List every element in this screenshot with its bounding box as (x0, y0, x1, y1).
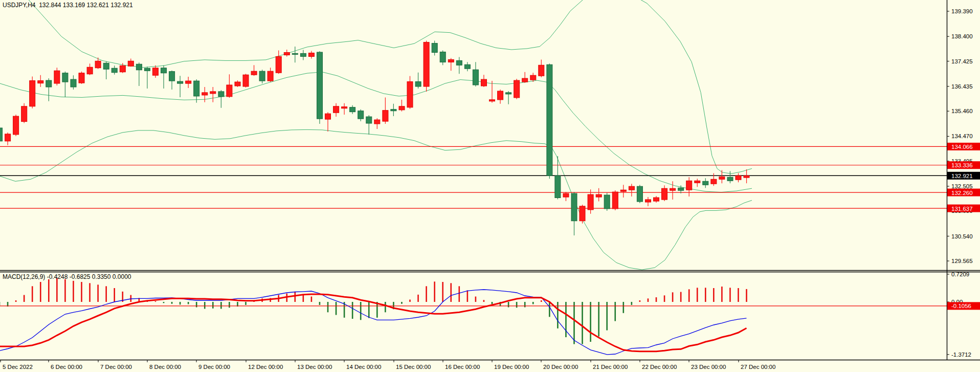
svg-text:134.066: 134.066 (951, 144, 973, 150)
price-tick-label: 135.460 (951, 108, 973, 114)
time-tick-label: 21 Dec 00:00 (593, 364, 628, 370)
price-level-badge: 133.336 (947, 161, 980, 169)
svg-text:-0.1056: -0.1056 (951, 303, 971, 309)
svg-text:132.260: 132.260 (951, 190, 973, 196)
time-tick-label: 13 Dec 00:00 (297, 364, 332, 370)
macd-level-badge: -0.1056 (947, 302, 980, 310)
chart-canvas[interactable]: 139.390138.400137.425136.435135.460134.4… (0, 0, 980, 372)
time-tick-label: 22 Dec 00:00 (642, 364, 677, 370)
time-tick-label: 12 Dec 00:00 (248, 364, 283, 370)
price-tick-label: 129.565 (951, 258, 973, 264)
time-tick-label: 9 Dec 00:00 (198, 364, 230, 370)
time-tick-label: 19 Dec 00:00 (494, 364, 529, 370)
price-tick-label: 136.435 (951, 83, 973, 90)
macd-tick-label: 0.7209 (951, 271, 969, 277)
time-tick-label: 14 Dec 00:00 (346, 364, 381, 370)
time-tick-label: 8 Dec 00:00 (149, 364, 181, 370)
macd-tick-label: -1.3712 (951, 352, 971, 358)
time-tick-label: 6 Dec 00:00 (51, 364, 82, 370)
price-tick-label: 137.425 (951, 58, 973, 64)
time-tick-label: 20 Dec 00:00 (543, 364, 578, 370)
time-tick-label: 16 Dec 00:00 (445, 364, 480, 370)
price-tick-label: 139.390 (951, 8, 973, 14)
time-tick-label: 27 Dec 00:00 (741, 364, 775, 370)
time-tick-label: 23 Dec 00:00 (691, 364, 726, 370)
price-level-badge: 132.921 (947, 172, 980, 180)
svg-text:131.637: 131.637 (951, 206, 973, 212)
price-level-badge: 132.260 (947, 189, 980, 196)
price-tick-label: 130.540 (951, 233, 973, 239)
chart-window: 139.390138.400137.425136.435135.460134.4… (0, 0, 980, 372)
svg-text:132.921: 132.921 (951, 173, 973, 179)
price-tick-label: 132.505 (951, 183, 973, 189)
time-tick-label: 5 Dec 2022 (3, 364, 33, 370)
price-tick-label: 138.400 (951, 33, 973, 39)
time-tick-label: 7 Dec 00:00 (100, 364, 132, 370)
price-level-badge: 134.066 (947, 143, 980, 150)
price-level-badge: 131.637 (947, 205, 980, 212)
price-tick-label: 134.470 (951, 133, 973, 139)
time-tick-label: 15 Dec 00:00 (396, 364, 431, 370)
svg-text:133.336: 133.336 (951, 162, 973, 168)
